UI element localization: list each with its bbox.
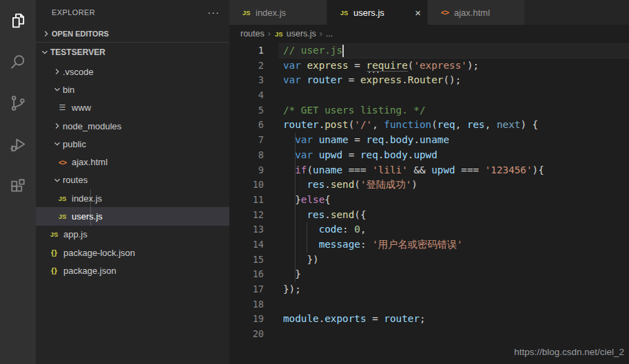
code-token: uname (420, 134, 449, 145)
code-text: // user.js (264, 43, 342, 58)
code-token: . (319, 313, 325, 324)
tree-item-label: routes (63, 175, 87, 185)
line-number: 3 (229, 73, 264, 88)
tree-item-routes[interactable]: routes (36, 171, 229, 189)
code-token: ) { (520, 119, 538, 130)
code-line: 17}); (229, 282, 629, 297)
code-text: module.exports = router; (264, 312, 426, 327)
tree-item-label: node_modules (63, 121, 121, 131)
code-token: = (349, 134, 367, 145)
code-text: var uname = req.body.uname (264, 133, 449, 148)
code-editor[interactable]: 1// user.js2var express = require('expre… (229, 43, 629, 364)
open-editors-section[interactable]: OPEN EDITORS (36, 25, 229, 42)
code-token: res (307, 209, 324, 220)
breadcrumb-label: users.js (287, 29, 316, 39)
line-number: 8 (229, 148, 264, 163)
tree-item-app.js[interactable]: JSapp.js (36, 226, 229, 244)
code-token: post (324, 119, 348, 130)
line-number: 12 (229, 208, 264, 223)
code-line: 18 (229, 297, 629, 312)
code-token: var (295, 149, 318, 160)
activity-item-explorer[interactable] (0, 0, 36, 41)
code-token: : (342, 224, 354, 235)
workspace-root-section[interactable]: TESTSERVER (36, 43, 229, 62)
tree-item-.vscode[interactable]: .vscode (36, 63, 229, 81)
tree-item-ajax.html[interactable]: <>ajax.html (36, 153, 229, 171)
tab-users.js[interactable]: JSusers.js× (327, 0, 428, 25)
tree-item-node_modules[interactable]: node_modules (36, 117, 229, 135)
code-token: . (324, 179, 331, 190)
code-line: 2var express = require('express'); (229, 58, 629, 74)
code-token: express (360, 74, 402, 85)
file-tree: .vscodebin☰wwwnode_modulespublic<>ajax.h… (36, 63, 229, 280)
code-token: 'express' (413, 60, 466, 71)
code-token: var (283, 60, 307, 71)
extensions-icon (8, 176, 28, 195)
code-token (283, 179, 307, 190)
tab-ajax.html[interactable]: <>ajax.html (428, 0, 525, 25)
explorer-sidebar: EXPLORER ··· OPEN EDITORS TESTSERVER .vs… (36, 0, 229, 364)
sidebar-header: EXPLORER ··· (36, 0, 229, 25)
code-token (283, 194, 295, 205)
code-text (264, 297, 283, 312)
code-text: if(uname === 'lili' && upwd === '123456'… (264, 163, 544, 178)
code-text: } (264, 267, 301, 282)
tree-item-bin[interactable]: bin (36, 81, 229, 98)
code-text: /* GET users listing. */ (264, 103, 426, 118)
js-icon: JS (241, 9, 251, 17)
workspace-root-label: TESTSERVER (50, 47, 105, 57)
code-token: }); (283, 283, 301, 295)
code-token: router (307, 74, 342, 85)
chevron-right-icon (40, 28, 52, 39)
code-token: ( (431, 119, 437, 130)
code-line: 16 } (229, 267, 629, 282)
activity-item-extensions[interactable] (0, 165, 36, 206)
tree-item-www[interactable]: ☰www (36, 99, 229, 117)
tree-item-package.json[interactable]: {}package.json (36, 261, 229, 279)
code-line: 12 res.send({ (229, 208, 629, 223)
line-number: 4 (229, 88, 264, 103)
code-token: } (295, 268, 301, 279)
code-token: uname (313, 164, 342, 175)
code-token: res (467, 119, 485, 130)
tree-item-package-lock.json[interactable]: {}package-lock.json (36, 244, 229, 261)
tree-item-label: package.json (63, 266, 116, 276)
activity-item-search[interactable] (0, 41, 36, 83)
code-line: 3var router = express.Router(); (229, 73, 629, 88)
code-token: ); (467, 60, 479, 71)
tree-item-public[interactable]: public (36, 135, 229, 153)
tab-index.js[interactable]: JSindex.js (229, 0, 327, 25)
tree-item-users.js[interactable]: JSusers.js (36, 207, 229, 225)
code-token (283, 149, 295, 160)
breadcrumb-label: ... (326, 29, 333, 39)
close-icon[interactable]: × (415, 8, 421, 18)
code-token: . (402, 74, 408, 85)
breadcrumb-item[interactable]: routes (240, 29, 265, 39)
chevron-right-icon (51, 66, 63, 77)
line-number: 9 (229, 163, 264, 178)
code-line: 10 res.send('登陆成功') (229, 178, 629, 193)
code-token: ( (307, 164, 313, 175)
tab-bar: JSindex.jsJSusers.js×<>ajax.html (229, 0, 629, 25)
code-text: res.send('登陆成功') (264, 178, 417, 193)
code-token: '用户名或密码错误' (372, 239, 463, 250)
code-token: = (342, 74, 360, 85)
code-token: = (367, 313, 384, 324)
activity-item-run-debug[interactable] (0, 124, 36, 165)
debug-icon (8, 135, 28, 154)
breadcrumb-item[interactable]: JSusers.js (274, 29, 316, 39)
js-icon: JS (56, 213, 68, 220)
open-editors-label: OPEN EDITORS (52, 30, 109, 38)
activity-item-source-control[interactable] (0, 83, 36, 124)
code-token: express (307, 60, 348, 71)
code-token: . (324, 209, 331, 220)
more-actions-icon[interactable]: ··· (207, 9, 220, 16)
code-token (283, 239, 319, 250)
tree-item-index.js[interactable]: JSindex.js (36, 189, 229, 207)
code-line: 5/* GET users listing. */ (229, 103, 629, 118)
code-line: 9 if(uname === 'lili' && upwd === '12345… (229, 163, 629, 178)
breadcrumb-item[interactable]: ... (326, 29, 333, 39)
code-token: , (360, 224, 367, 235)
code-token: = (342, 149, 360, 160)
code-token (283, 224, 319, 235)
